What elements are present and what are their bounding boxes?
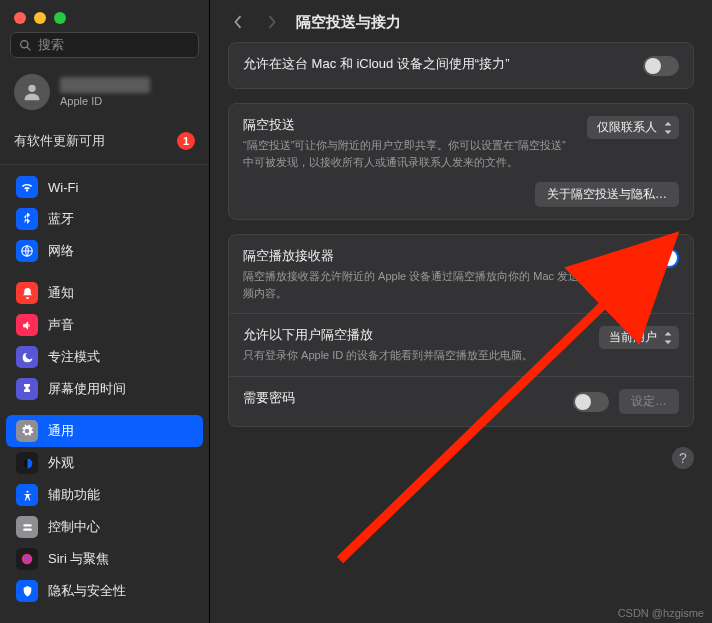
control-icon	[16, 516, 38, 538]
minimize-button[interactable]	[34, 12, 46, 24]
maximize-button[interactable]	[54, 12, 66, 24]
airdrop-title: 隔空投送	[243, 116, 573, 134]
account-sublabel: Apple ID	[60, 95, 150, 107]
airplay-toggle[interactable]	[643, 248, 679, 268]
watermark: CSDN @hzgisme	[618, 607, 704, 619]
svg-line-1	[27, 47, 30, 50]
sidebar-item-control[interactable]: 控制中心	[6, 511, 203, 543]
software-update-label: 有软件更新可用	[14, 132, 105, 150]
sidebar-item-label: 辅助功能	[48, 486, 100, 504]
sidebar-item-moon[interactable]: 专注模式	[6, 341, 203, 373]
hand-icon	[16, 580, 38, 602]
chevron-updown-icon	[663, 332, 673, 344]
account-row[interactable]: Apple ID	[0, 68, 209, 124]
sidebar-item-label: 网络	[48, 242, 74, 260]
sidebar-item-bell[interactable]: 通知	[6, 277, 203, 309]
search-input[interactable]: 搜索	[10, 32, 199, 58]
search-placeholder: 搜索	[38, 36, 64, 54]
sidebar-item-label: 屏幕使用时间	[48, 380, 126, 398]
sidebar-item-globe[interactable]: 网络	[6, 235, 203, 267]
svg-marker-11	[665, 332, 672, 335]
chevron-updown-icon	[663, 122, 673, 134]
help-button[interactable]: ?	[672, 447, 694, 469]
svg-point-2	[28, 85, 35, 92]
sidebar-item-access[interactable]: 辅助功能	[6, 479, 203, 511]
svg-marker-12	[665, 340, 672, 343]
allow-airplay-title: 允许以下用户隔空播放	[243, 326, 585, 344]
svg-rect-7	[23, 528, 32, 530]
airplay-title: 隔空播放接收器	[243, 247, 629, 265]
sidebar-item-label: 控制中心	[48, 518, 100, 536]
avatar	[14, 74, 50, 110]
forward-button[interactable]	[262, 12, 282, 32]
svg-point-8	[22, 554, 33, 565]
svg-point-0	[21, 40, 28, 47]
svg-rect-6	[23, 524, 32, 526]
handoff-toggle[interactable]	[643, 56, 679, 76]
back-button[interactable]	[228, 12, 248, 32]
allow-airplay-sub: 只有登录你 Apple ID 的设备才能看到并隔空播放至此电脑。	[243, 347, 585, 364]
sidebar-item-label: 蓝牙	[48, 210, 74, 228]
set-password-button[interactable]: 设定…	[619, 389, 679, 414]
account-name-redacted	[60, 77, 150, 93]
software-update-row[interactable]: 有软件更新可用 1	[0, 124, 209, 165]
hourglass-icon	[16, 378, 38, 400]
airdrop-select[interactable]: 仅限联系人	[587, 116, 679, 139]
sidebar-item-label: 外观	[48, 454, 74, 472]
globe-icon	[16, 240, 38, 262]
svg-marker-10	[665, 130, 672, 133]
bell-icon	[16, 282, 38, 304]
sidebar-item-wifi[interactable]: Wi-Fi	[6, 171, 203, 203]
sidebar-item-hand[interactable]: 隐私与安全性	[6, 575, 203, 607]
sidebar-item-label: 隐私与安全性	[48, 582, 126, 600]
sidebar-item-label: 通知	[48, 284, 74, 302]
sidebar-item-appear[interactable]: 外观	[6, 447, 203, 479]
sidebar-item-bluetooth[interactable]: 蓝牙	[6, 203, 203, 235]
airdrop-select-label: 仅限联系人	[597, 119, 657, 136]
sidebar-item-label: 声音	[48, 316, 74, 334]
search-icon	[19, 39, 32, 52]
sound-icon	[16, 314, 38, 336]
handoff-title: 允许在这台 Mac 和 iCloud 设备之间使用“接力”	[243, 55, 629, 73]
airdrop-sub: “隔空投送”可让你与附近的用户立即共享。你可以设置在“隔空投送”中可被发现，以接…	[243, 137, 573, 170]
svg-marker-9	[665, 122, 672, 125]
airplay-sub: 隔空播放接收器允许附近的 Apple 设备通过隔空播放向你的 Mac 发送视频和…	[243, 268, 629, 301]
access-icon	[16, 484, 38, 506]
sidebar-item-sound[interactable]: 声音	[6, 309, 203, 341]
gear-icon	[16, 420, 38, 442]
require-password-title: 需要密码	[243, 389, 559, 407]
sidebar-item-siri[interactable]: Siri 与聚焦	[6, 543, 203, 575]
password-toggle[interactable]	[573, 392, 609, 412]
allow-airplay-select-label: 当前用户	[609, 329, 657, 346]
bluetooth-icon	[16, 208, 38, 230]
moon-icon	[16, 346, 38, 368]
allow-airplay-select[interactable]: 当前用户	[599, 326, 679, 349]
update-badge: 1	[177, 132, 195, 150]
page-title: 隔空投送与接力	[296, 13, 401, 32]
appear-icon	[16, 452, 38, 474]
sidebar-item-label: 专注模式	[48, 348, 100, 366]
wifi-icon	[16, 176, 38, 198]
sidebar-item-label: Siri 与聚焦	[48, 550, 109, 568]
sidebar-item-gear[interactable]: 通用	[6, 415, 203, 447]
airdrop-privacy-button[interactable]: 关于隔空投送与隐私…	[535, 182, 679, 207]
svg-point-5	[26, 490, 28, 492]
sidebar-item-hourglass[interactable]: 屏幕使用时间	[6, 373, 203, 405]
sidebar-item-label: Wi-Fi	[48, 180, 78, 195]
sidebar-item-label: 通用	[48, 422, 74, 440]
close-button[interactable]	[14, 12, 26, 24]
siri-icon	[16, 548, 38, 570]
